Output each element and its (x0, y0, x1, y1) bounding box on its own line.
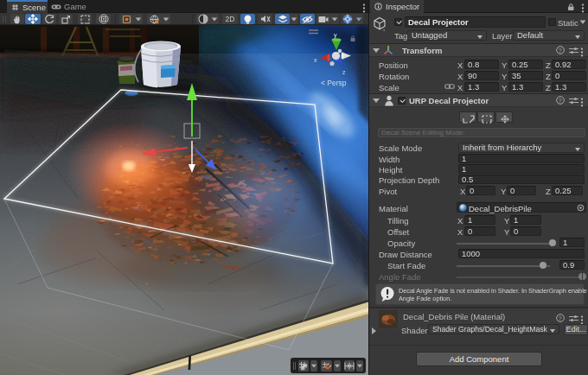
svg-text:y: y (334, 32, 337, 39)
svg-text:z: z (342, 69, 346, 75)
svg-text:?: ? (559, 98, 562, 104)
svg-text:?: ? (559, 315, 562, 321)
svg-text:x: x (314, 57, 317, 63)
svg-text:< Persp: < Persp (321, 79, 347, 87)
svg-text:?: ? (559, 48, 562, 54)
